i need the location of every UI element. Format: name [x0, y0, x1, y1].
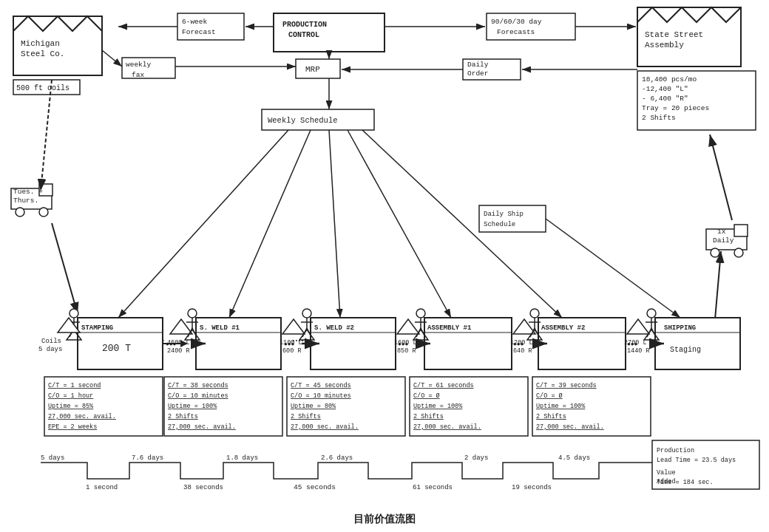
- svg-point-64: [711, 248, 719, 257]
- svg-text:C/O = 10 minutes: C/O = 10 minutes: [168, 392, 228, 400]
- svg-text:Uptime = 80%: Uptime = 80%: [291, 403, 336, 410]
- svg-text:2.6 days: 2.6 days: [321, 454, 353, 462]
- svg-text:45 seconds: 45 seconds: [294, 483, 336, 491]
- svg-text:1.8 days: 1.8 days: [226, 454, 258, 462]
- svg-text:fax: fax: [132, 71, 144, 79]
- svg-rect-63: [734, 225, 748, 236]
- svg-text:PRODUCTION: PRODUCTION: [282, 21, 327, 29]
- svg-text:61 seconds: 61 seconds: [413, 484, 453, 491]
- svg-text:Value: Value: [657, 469, 676, 477]
- svg-text:C/O = Ø: C/O = Ø: [413, 392, 440, 400]
- svg-point-122: [416, 309, 425, 318]
- svg-text:1440 R: 1440 R: [627, 347, 650, 355]
- svg-text:Forecasts: Forecasts: [497, 28, 535, 36]
- svg-text:Time = 184 sec.: Time = 184 sec.: [657, 479, 714, 486]
- customer-factory: State Street Assembly: [637, 7, 741, 66]
- svg-text:27,000 sec. avail.: 27,000 sec. avail.: [413, 423, 481, 431]
- svg-text:2 Shifts: 2 Shifts: [168, 413, 198, 420]
- svg-text:- 6,400 "R": - 6,400 "R": [642, 95, 688, 103]
- svg-text:MRP: MRP: [305, 65, 320, 74]
- svg-text:500 ft coils: 500 ft coils: [16, 84, 70, 92]
- svg-text:Weekly Schedule: Weekly Schedule: [268, 116, 338, 125]
- page-title: 目前价值流图: [0, 513, 769, 526]
- svg-point-149: [647, 309, 656, 318]
- svg-text:C/O = Ø: C/O = Ø: [536, 392, 563, 400]
- svg-text:Order: Order: [467, 69, 489, 78]
- svg-text:2 Shifts: 2 Shifts: [642, 114, 676, 122]
- push-arrow-4: ●●●: [513, 341, 524, 347]
- svg-text:ASSEMBLY #1: ASSEMBLY #1: [427, 324, 472, 332]
- svg-text:C/O = 10 minutes: C/O = 10 minutes: [291, 392, 351, 400]
- push-arrow-5: ●●●: [627, 341, 638, 347]
- svg-text:CONTROL: CONTROL: [288, 31, 319, 39]
- svg-text:Steel Co.: Steel Co.: [21, 50, 64, 58]
- svg-text:C/T = 38 seconds: C/T = 38 seconds: [168, 382, 228, 389]
- svg-text:S. WELD #2: S. WELD #2: [314, 324, 354, 332]
- svg-text:2 Shifts: 2 Shifts: [413, 413, 444, 420]
- svg-text:27,000 sec. avail.: 27,000 sec. avail.: [48, 413, 116, 420]
- svg-point-65: [734, 248, 743, 257]
- data-assembly2: C/T = 39 seconds C/O = Ø Uptime = 100% 2…: [532, 377, 651, 436]
- svg-text:C/T = 39 seconds: C/T = 39 seconds: [536, 382, 597, 389]
- svg-text:90/60/30 day: 90/60/30 day: [491, 18, 542, 26]
- svg-text:EPE = 2 weeks: EPE = 2 weeks: [48, 423, 97, 431]
- process-shipping: SHIPPING Staging: [655, 318, 740, 369]
- process-stamping: STAMPING 200 T: [78, 318, 163, 369]
- svg-text:5 days: 5 days: [38, 346, 62, 353]
- svg-text:Uptime = 100%: Uptime = 100%: [413, 403, 463, 410]
- svg-text:18,400 pcs/mo: 18,400 pcs/mo: [642, 75, 697, 83]
- data-stamping: C/T = 1 second C/O = 1 hour Uptime = 85%…: [44, 377, 163, 436]
- svg-text:2 days: 2 days: [464, 454, 488, 462]
- svg-text:Uptime = 100%: Uptime = 100%: [536, 403, 586, 410]
- main-container: Michigan Steel Co. 500 ft coils State St…: [0, 0, 769, 532]
- push-arrow-3: ●●●: [398, 341, 409, 347]
- supplier-factory: Michigan Steel Co.: [13, 16, 102, 75]
- svg-text:State Street: State Street: [645, 30, 703, 39]
- svg-text:●●●: ●●●: [284, 341, 295, 347]
- svg-text:2 Shifts: 2 Shifts: [536, 413, 566, 420]
- svg-text:Daily Ship: Daily Ship: [484, 211, 524, 218]
- svg-text:Uptime = 100%: Uptime = 100%: [168, 403, 217, 410]
- svg-text:Daily: Daily: [467, 61, 489, 69]
- process-assembly2: ASSEMBLY #2: [538, 318, 626, 369]
- svg-text:C/T = 1 second: C/T = 1 second: [48, 382, 101, 389]
- value-stream-map: Michigan Steel Co. 500 ft coils State St…: [0, 0, 769, 532]
- svg-point-109: [302, 309, 311, 318]
- svg-text:1x: 1x: [717, 228, 726, 236]
- svg-text:Uptime = 85%: Uptime = 85%: [48, 403, 94, 410]
- svg-text:Tues. +: Tues. +: [13, 188, 43, 196]
- data-sweld1: C/T = 38 seconds C/O = 10 minutes Uptime…: [164, 377, 282, 436]
- svg-text:19 seconds: 19 seconds: [512, 484, 552, 491]
- svg-text:640 R: 640 R: [513, 347, 532, 355]
- svg-point-95: [188, 309, 197, 318]
- process-sweld1: S. WELD #1: [196, 318, 281, 369]
- svg-text:S. WELD #1: S. WELD #1: [200, 324, 240, 332]
- svg-text:2400 R: 2400 R: [167, 347, 190, 355]
- svg-text:Thurs.: Thurs.: [13, 197, 38, 205]
- svg-point-135: [530, 309, 539, 318]
- data-sweld2: C/T = 45 seconds C/O = 10 minutes Uptime…: [287, 377, 405, 436]
- svg-text:Tray = 20 pieces: Tray = 20 pieces: [642, 104, 709, 112]
- svg-text:-12,400 "L": -12,400 "L": [642, 85, 688, 93]
- svg-text:7.6 days: 7.6 days: [132, 454, 163, 462]
- svg-text:weekly: weekly: [126, 61, 152, 69]
- svg-text:Assembly: Assembly: [645, 41, 684, 50]
- svg-text:ASSEMBLY #2: ASSEMBLY #2: [541, 324, 585, 332]
- svg-text:Michigan: Michigan: [21, 39, 60, 48]
- svg-text:600 R: 600 R: [282, 347, 302, 355]
- svg-text:●●●: ●●●: [513, 341, 524, 347]
- data-assembly1: C/T = 61 seconds C/O = Ø Uptime = 100% 2…: [410, 377, 528, 436]
- process-assembly1: ASSEMBLY #1: [424, 318, 512, 369]
- svg-point-59: [39, 208, 48, 216]
- svg-text:4.5 days: 4.5 days: [558, 454, 590, 462]
- svg-text:STAMPING: STAMPING: [81, 324, 113, 332]
- svg-text:200 T: 200 T: [102, 343, 131, 354]
- svg-text:●●●: ●●●: [398, 341, 409, 347]
- svg-text:Lead Time = 23.5 days: Lead Time = 23.5 days: [657, 457, 736, 464]
- svg-text:SHIPPING: SHIPPING: [664, 324, 696, 332]
- svg-text:2 Shifts: 2 Shifts: [291, 413, 321, 420]
- svg-text:Forecast: Forecast: [182, 28, 216, 36]
- svg-text:5 days: 5 days: [41, 454, 64, 462]
- svg-text:C/O = 1 hour: C/O = 1 hour: [48, 392, 93, 400]
- svg-text:27,000 sec. avail.: 27,000 sec. avail.: [168, 423, 236, 431]
